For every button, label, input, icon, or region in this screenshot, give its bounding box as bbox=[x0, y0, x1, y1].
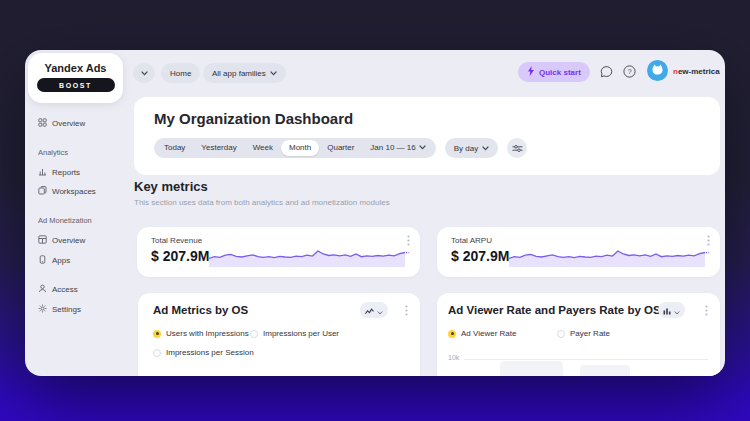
legend-payer-rate[interactable]: Payer Rate bbox=[557, 329, 610, 338]
report-chart-icon bbox=[38, 167, 47, 178]
question-mark-icon: ? bbox=[623, 64, 636, 82]
page-title: My Organization Dashboard bbox=[154, 110, 353, 127]
radio-unselected-icon bbox=[153, 349, 161, 357]
boost-badge: BOOST bbox=[37, 78, 115, 92]
filter-today[interactable]: Today bbox=[156, 138, 193, 158]
ad-metrics-by-os-card: Ad Metrics by OS Users with Impressions … bbox=[138, 293, 420, 376]
brand-card: Yandex Ads BOOST bbox=[28, 53, 123, 103]
arpu-sparkline bbox=[509, 242, 709, 269]
sidebar-item-label: Settings bbox=[52, 305, 81, 314]
bar-hint bbox=[580, 365, 630, 376]
phone-icon bbox=[38, 255, 47, 266]
page-background: Yandex Ads BOOST Overview Analytics Repo… bbox=[0, 0, 750, 421]
home-button[interactable]: Home bbox=[161, 63, 200, 83]
kebab-menu-icon bbox=[705, 305, 708, 316]
key-metrics-title: Key metrics bbox=[134, 179, 208, 194]
y-axis-tick: 10k bbox=[448, 354, 459, 361]
card-menu-button[interactable] bbox=[403, 234, 413, 246]
viewer-payer-rate-card: Ad Viewer Rate and Payers Rate by OS Ad … bbox=[437, 293, 720, 376]
sidebar-item-label: Access bbox=[52, 285, 78, 294]
quick-start-label: Quick start bbox=[539, 68, 581, 77]
gridline bbox=[464, 359, 708, 360]
sidebar-collapse-button[interactable] bbox=[133, 63, 155, 83]
grid-icon bbox=[38, 118, 47, 129]
filters-settings-button[interactable] bbox=[507, 138, 527, 158]
legend-label: Ad Viewer Rate bbox=[461, 329, 516, 338]
chat-bubble-icon bbox=[600, 64, 613, 82]
date-range-label: Jan 10 — 16 bbox=[370, 138, 415, 158]
date-range-dropdown[interactable]: Jan 10 — 16 bbox=[362, 138, 433, 158]
sidebar-item-label: Apps bbox=[52, 256, 70, 265]
app-window: Yandex Ads BOOST Overview Analytics Repo… bbox=[25, 50, 725, 376]
metrica-cat-icon bbox=[647, 60, 668, 81]
chart-type-selector[interactable] bbox=[360, 302, 388, 318]
sidebar-item-apps[interactable]: Apps bbox=[38, 255, 70, 266]
card-menu-button[interactable] bbox=[701, 303, 711, 317]
svg-text:?: ? bbox=[627, 67, 631, 76]
sidebar-item-access[interactable]: Access bbox=[38, 284, 78, 295]
total-revenue-card: Total Revenue $ 207.9M bbox=[137, 227, 420, 277]
metric-label: Total Revenue bbox=[151, 236, 202, 245]
legend-label: Impressions per User bbox=[263, 329, 339, 338]
radio-selected-icon bbox=[153, 330, 161, 338]
card-menu-button[interactable] bbox=[401, 303, 411, 317]
radio-selected-icon bbox=[448, 330, 456, 338]
card-menu-button[interactable] bbox=[703, 234, 713, 246]
sidebar-item-label: Reports bbox=[52, 168, 80, 177]
brand-name: Yandex Ads bbox=[28, 62, 123, 74]
legend-users-with-impressions[interactable]: Users with Impressions bbox=[153, 329, 249, 338]
lightning-icon bbox=[527, 66, 535, 78]
metric-value: $ 207.9M bbox=[151, 248, 209, 264]
granularity-label: By day bbox=[454, 144, 478, 153]
filter-yesterday[interactable]: Yesterday bbox=[193, 138, 244, 158]
legend-impressions-per-user[interactable]: Impressions per User bbox=[250, 329, 339, 338]
sidebar-item-label: Overview bbox=[52, 119, 85, 128]
sidebar-item-settings[interactable]: Settings bbox=[38, 304, 81, 315]
sidebar-item-workspaces[interactable]: Workspaces bbox=[38, 186, 96, 197]
kebab-menu-icon bbox=[405, 305, 408, 316]
filter-quarter[interactable]: Quarter bbox=[319, 138, 362, 158]
help-button[interactable]: ? bbox=[621, 65, 637, 81]
kebab-menu-icon bbox=[707, 235, 710, 246]
person-icon bbox=[38, 284, 47, 295]
line-chart-icon bbox=[365, 301, 374, 319]
filter-week[interactable]: Week bbox=[245, 138, 281, 158]
bar-chart-icon bbox=[663, 301, 671, 319]
radio-unselected-icon bbox=[557, 330, 565, 338]
legend-label: Payer Rate bbox=[570, 329, 610, 338]
sidebar-item-ad-overview[interactable]: Overview bbox=[38, 235, 85, 246]
key-metrics-subtitle: This section uses data from both analyti… bbox=[134, 198, 390, 207]
gear-icon bbox=[38, 304, 47, 315]
legend-ad-viewer-rate[interactable]: Ad Viewer Rate bbox=[448, 329, 516, 338]
chart-type-selector[interactable] bbox=[658, 302, 685, 318]
radio-unselected-icon bbox=[250, 330, 258, 338]
sidebar-item-label: Workspaces bbox=[52, 187, 96, 196]
sliders-icon bbox=[512, 139, 523, 157]
sidebar-item-overview[interactable]: Overview bbox=[38, 118, 85, 129]
chart-title: Ad Viewer Rate and Payers Rate by OS bbox=[448, 304, 661, 316]
app-families-dropdown[interactable]: All app families bbox=[203, 63, 286, 83]
metric-label: Total ARPU bbox=[451, 236, 492, 245]
legend-label: Users with Impressions bbox=[166, 329, 249, 338]
chevron-down-icon bbox=[270, 69, 277, 78]
quick-start-button[interactable]: Quick start bbox=[518, 62, 590, 82]
home-label: Home bbox=[170, 69, 191, 78]
chat-button[interactable] bbox=[598, 65, 614, 81]
sidebar-item-reports[interactable]: Reports bbox=[38, 167, 80, 178]
filter-month-selected[interactable]: Month bbox=[281, 140, 319, 156]
kebab-menu-icon bbox=[407, 235, 410, 246]
chart-title: Ad Metrics by OS bbox=[153, 304, 248, 316]
granularity-dropdown[interactable]: By day bbox=[445, 138, 498, 158]
sidebar-section-analytics: Analytics bbox=[38, 148, 68, 157]
sidebar-section-ad-monetization: Ad Monetization bbox=[38, 216, 92, 225]
revenue-sparkline bbox=[209, 242, 409, 269]
username[interactable]: new-metrica bbox=[673, 67, 720, 76]
chevron-down-icon bbox=[419, 138, 426, 158]
legend-impressions-per-session[interactable]: Impressions per Session bbox=[153, 348, 254, 357]
chevron-down-icon bbox=[377, 301, 383, 319]
table-icon bbox=[38, 235, 47, 246]
legend-label: Impressions per Session bbox=[166, 348, 254, 357]
chevron-down-icon bbox=[482, 144, 489, 153]
sidebar-item-label: Overview bbox=[52, 236, 85, 245]
user-avatar[interactable] bbox=[647, 60, 668, 81]
